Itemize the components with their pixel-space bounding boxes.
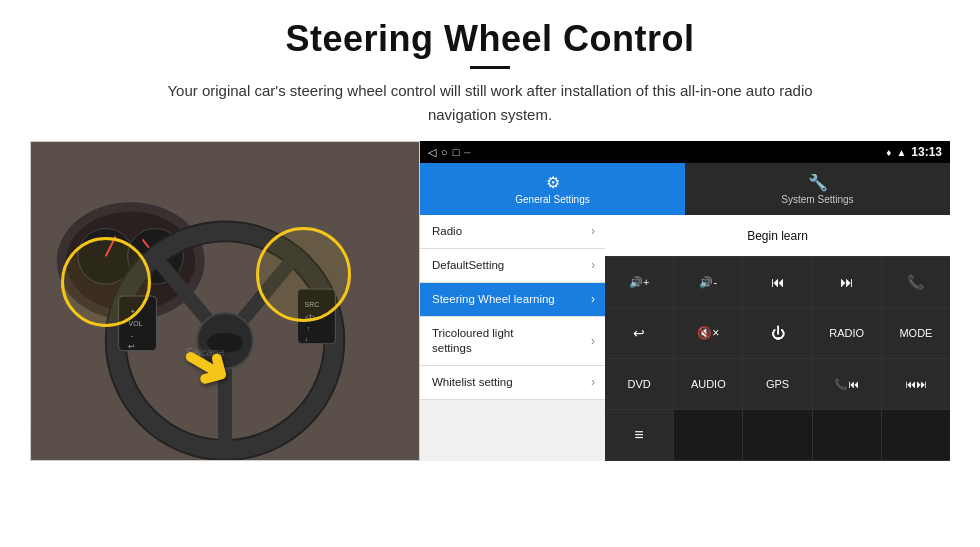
vol-up-icon: 🔊+ bbox=[629, 276, 649, 289]
svg-text:↓: ↓ bbox=[305, 335, 308, 342]
audio-label: AUDIO bbox=[691, 378, 726, 390]
phone-button[interactable]: 📞 bbox=[882, 257, 950, 307]
menu-item-tricoloured[interactable]: Tricoloured lightsettings › bbox=[420, 317, 605, 366]
menu-item-steering-label: Steering Wheel learning bbox=[432, 292, 555, 307]
status-right-icons: ♦ ▲ 13:13 bbox=[886, 145, 942, 159]
location-icon: ♦ bbox=[886, 147, 891, 158]
phone-prev-icon: 📞⏮ bbox=[834, 378, 859, 391]
gps-button[interactable]: GPS bbox=[743, 359, 812, 409]
chevron-icon-steering: › bbox=[591, 292, 595, 306]
menu-nav-icon[interactable]: ⏤ bbox=[464, 146, 471, 158]
radio-button[interactable]: RADIO bbox=[813, 308, 882, 358]
tab-general-settings[interactable]: ⚙ General Settings bbox=[420, 163, 685, 215]
nav-icons: ◁ ○ □ ⏤ bbox=[428, 146, 471, 159]
settings-menu-list: Radio › DefaultSetting › Steering Wheel … bbox=[420, 215, 605, 461]
status-bar: ◁ ○ □ ⏤ ♦ ▲ 13:13 bbox=[420, 141, 950, 163]
page-title: Steering Wheel Control bbox=[30, 18, 950, 60]
tab-system-settings[interactable]: 🔧 System Settings bbox=[685, 163, 950, 215]
empty-slot-1 bbox=[674, 410, 743, 460]
control-row-4: ≡ bbox=[605, 410, 950, 461]
list-icon: ≡ bbox=[634, 426, 643, 444]
signal-icon: ▲ bbox=[896, 147, 906, 158]
audio-button[interactable]: AUDIO bbox=[674, 359, 743, 409]
empty-slot-4 bbox=[882, 410, 950, 460]
menu-item-radio-label: Radio bbox=[432, 224, 462, 239]
general-settings-icon: ⚙ bbox=[546, 173, 560, 192]
control-row-2: ↩ 🔇× ⏻ RADIO MO bbox=[605, 308, 950, 359]
radio-label: RADIO bbox=[829, 327, 864, 339]
mute-button[interactable]: 🔇× bbox=[674, 308, 743, 358]
vol-down-button[interactable]: 🔊- bbox=[674, 257, 743, 307]
menu-item-steering-wheel[interactable]: Steering Wheel learning › bbox=[420, 283, 605, 317]
recent-nav-icon[interactable]: □ bbox=[453, 146, 460, 158]
empty-slot-2 bbox=[743, 410, 812, 460]
vol-down-icon: 🔊- bbox=[699, 276, 717, 289]
tab-general-label: General Settings bbox=[515, 194, 590, 205]
svg-text:-: - bbox=[131, 331, 134, 340]
menu-item-default-setting[interactable]: DefaultSetting › bbox=[420, 249, 605, 283]
status-time: 13:13 bbox=[911, 145, 942, 159]
page-container: Steering Wheel Control Your original car… bbox=[0, 0, 980, 471]
tab-system-label: System Settings bbox=[781, 194, 853, 205]
prev-track-button[interactable]: ⏮ bbox=[743, 257, 812, 307]
list-button[interactable]: ≡ bbox=[605, 410, 674, 460]
mode-button[interactable]: MODE bbox=[882, 308, 950, 358]
menu-item-radio[interactable]: Radio › bbox=[420, 215, 605, 249]
control-grid: Begin learn 🔊+ 🔊- bbox=[605, 215, 950, 461]
car-image: + VOL - ↩ SRC ◁▷ ↑ ↓ Seicane ➜ bbox=[30, 141, 420, 461]
control-row-3: DVD AUDIO GPS 📞⏮ bbox=[605, 359, 950, 410]
empty-slot-3 bbox=[813, 410, 882, 460]
control-row-1: 🔊+ 🔊- ⏮ ⏭ 📞 bbox=[605, 257, 950, 308]
mute-icon: 🔇× bbox=[697, 326, 719, 340]
title-divider bbox=[470, 66, 510, 69]
back-button[interactable]: ↩ bbox=[605, 308, 674, 358]
system-settings-icon: 🔧 bbox=[808, 173, 828, 192]
power-icon: ⏻ bbox=[771, 325, 785, 341]
android-ui: ◁ ○ □ ⏤ ♦ ▲ 13:13 ⚙ General Settings bbox=[420, 141, 950, 461]
power-button[interactable]: ⏻ bbox=[743, 308, 812, 358]
circle-highlight-left bbox=[61, 237, 151, 327]
home-nav-icon[interactable]: ○ bbox=[441, 146, 448, 158]
menu-item-whitelist-label: Whitelist setting bbox=[432, 375, 513, 390]
menu-item-whitelist[interactable]: Whitelist setting › bbox=[420, 366, 605, 400]
svg-text:↩: ↩ bbox=[128, 342, 135, 351]
svg-text:↑: ↑ bbox=[306, 325, 309, 332]
next-track-button[interactable]: ⏭ bbox=[813, 257, 882, 307]
vol-up-button[interactable]: 🔊+ bbox=[605, 257, 674, 307]
prev-next-icon: ⏮⏭ bbox=[905, 378, 927, 390]
settings-tabs: ⚙ General Settings 🔧 System Settings bbox=[420, 163, 950, 215]
phone-icon: 📞 bbox=[907, 274, 924, 290]
menu-item-default-label: DefaultSetting bbox=[432, 258, 504, 273]
page-subtitle: Your original car's steering wheel contr… bbox=[140, 79, 840, 127]
prev-track-icon: ⏮ bbox=[771, 274, 785, 290]
menu-item-tricoloured-label: Tricoloured lightsettings bbox=[432, 326, 513, 356]
next-track-icon: ⏭ bbox=[840, 274, 854, 290]
control-top-row: Begin learn bbox=[605, 215, 950, 257]
title-section: Steering Wheel Control Your original car… bbox=[30, 18, 950, 127]
chevron-icon-default: › bbox=[591, 258, 595, 272]
svg-text:VOL: VOL bbox=[129, 320, 143, 327]
dvd-button[interactable]: DVD bbox=[605, 359, 674, 409]
control-button-rows: 🔊+ 🔊- ⏮ ⏭ 📞 bbox=[605, 257, 950, 461]
gps-label: GPS bbox=[766, 378, 789, 390]
phone-prev-button[interactable]: 📞⏮ bbox=[813, 359, 882, 409]
circle-highlight-right bbox=[256, 227, 351, 322]
car-background: + VOL - ↩ SRC ◁▷ ↑ ↓ Seicane ➜ bbox=[31, 142, 419, 460]
back-icon: ↩ bbox=[633, 325, 645, 341]
prev-next-button[interactable]: ⏮⏭ bbox=[882, 359, 950, 409]
content-area: + VOL - ↩ SRC ◁▷ ↑ ↓ Seicane ➜ bbox=[30, 141, 950, 461]
dvd-label: DVD bbox=[627, 378, 650, 390]
begin-learn-button[interactable]: Begin learn bbox=[605, 215, 950, 256]
chevron-icon-whitelist: › bbox=[591, 375, 595, 389]
chevron-icon-radio: › bbox=[591, 224, 595, 238]
back-nav-icon[interactable]: ◁ bbox=[428, 146, 436, 159]
mode-label: MODE bbox=[899, 327, 932, 339]
settings-main-content: Radio › DefaultSetting › Steering Wheel … bbox=[420, 215, 950, 461]
chevron-icon-tricoloured: › bbox=[591, 334, 595, 348]
